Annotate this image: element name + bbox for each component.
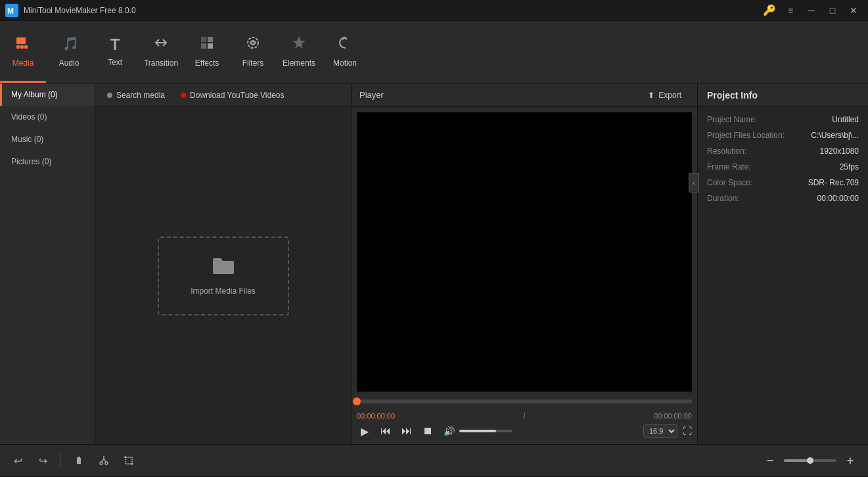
svg-text:🎵: 🎵 xyxy=(62,35,77,51)
sidebar-item-videos[interactable]: Videos (0) xyxy=(0,106,95,128)
controls-row: ▶ ⏮ ⏭ ⏹ 🔊 16:9 4:3 1:1 9:16 ⛶ xyxy=(357,423,692,439)
framerate-label: Frame Rate: xyxy=(707,162,751,171)
progress-bar[interactable] xyxy=(357,399,692,403)
toolbar-transition[interactable]: Transition xyxy=(138,21,184,83)
audio-icon: 🎵 xyxy=(61,35,77,55)
project-name-value: Untitled xyxy=(832,115,859,124)
player-controls: 00:00:00:00 / 00:00:00:00 ▶ ⏮ ⏭ ⏹ 🔊 16:9… xyxy=(352,397,697,444)
zoom-thumb xyxy=(807,457,813,464)
youtube-label: Download YouTube Videos xyxy=(190,91,284,100)
toolbar-text[interactable]: T Text xyxy=(92,21,138,83)
window-controls: ≡ ─ □ ✕ xyxy=(781,3,863,18)
svg-point-14 xyxy=(105,462,108,465)
svg-marker-12 xyxy=(292,36,306,49)
zoom-in-button[interactable]: + xyxy=(840,451,860,470)
zoom-controls: − + xyxy=(760,451,860,470)
delete-button[interactable] xyxy=(69,451,89,470)
app-icon: M xyxy=(5,4,18,17)
svg-point-13 xyxy=(100,462,103,465)
project-info-body: Project Name: Untitled Project Files Loc… xyxy=(698,107,868,211)
volume-track[interactable] xyxy=(459,430,512,432)
zoom-fill xyxy=(784,459,810,462)
export-icon: ⬆ xyxy=(648,91,654,100)
svg-rect-15 xyxy=(126,457,132,464)
prev-frame-button[interactable]: ⏮ xyxy=(378,423,394,439)
cut-button[interactable] xyxy=(94,451,114,470)
stop-button[interactable]: ⏹ xyxy=(420,423,436,439)
volume-control: 🔊 xyxy=(441,423,512,439)
zoom-slider[interactable] xyxy=(784,459,836,462)
undo-button[interactable]: ↩ xyxy=(8,451,28,470)
sidebar-item-music[interactable]: Music (0) xyxy=(0,128,95,150)
svg-rect-2 xyxy=(16,37,26,44)
sidebar-item-myalbum[interactable]: My Album (0) xyxy=(0,83,95,106)
maximize-btn[interactable]: □ xyxy=(823,3,842,18)
minimize-btn[interactable]: ─ xyxy=(802,3,821,18)
redo-button[interactable]: ↪ xyxy=(33,451,53,470)
fullscreen-button[interactable]: ⛶ xyxy=(683,426,692,436)
toolbar: Media 🎵 Audio T Text Transition xyxy=(0,21,868,83)
next-frame-button[interactable]: ⏭ xyxy=(399,423,415,439)
app-title: MiniTool MovieMaker Free 8.0.0 xyxy=(24,6,763,15)
youtube-dot xyxy=(181,93,186,98)
export-button[interactable]: ⬆ Export xyxy=(640,88,689,102)
motion-icon xyxy=(337,35,353,55)
left-panel: My Album (0) Videos (0) Music (0) Pictur… xyxy=(0,83,352,444)
player-title: Player xyxy=(359,90,384,100)
youtube-download-tab[interactable]: Download YouTube Videos xyxy=(174,88,290,102)
resolution-row: Resolution: 1920x1080 xyxy=(707,147,859,156)
media-icon xyxy=(15,35,31,55)
zoom-out-button[interactable]: − xyxy=(760,451,780,470)
project-files-value: C:\Users\bj\... xyxy=(811,131,859,140)
key-icon: 🔑 xyxy=(763,4,776,16)
svg-rect-9 xyxy=(201,43,206,49)
svg-rect-10 xyxy=(208,43,213,49)
toolbar-media-label: Media xyxy=(12,58,34,68)
import-area: Import Media Files xyxy=(95,107,351,444)
project-files-label: Project Files Location: xyxy=(707,131,785,140)
project-info-header: Project Info xyxy=(698,83,868,107)
toolbar-filters[interactable]: Filters xyxy=(230,21,276,83)
progress-dot xyxy=(353,398,361,405)
import-media-box[interactable]: Import Media Files xyxy=(158,237,289,315)
framerate-value: 25fps xyxy=(840,162,859,171)
resolution-value: 1920x1080 xyxy=(820,147,859,156)
toolbar-audio[interactable]: 🎵 Audio xyxy=(46,21,92,83)
colorspace-value: SDR- Rec.709 xyxy=(808,178,859,187)
svg-text:M: M xyxy=(7,7,14,16)
hamburger-btn[interactable]: ≡ xyxy=(781,3,800,18)
elements-icon xyxy=(291,35,307,55)
time-current: 00:00:00:00 xyxy=(357,412,395,420)
colorspace-row: Color Space: SDR- Rec.709 xyxy=(707,178,859,187)
content-area: My Album (0) Videos (0) Music (0) Pictur… xyxy=(0,83,868,444)
collapse-panel-btn[interactable]: ‹ xyxy=(689,173,699,193)
search-media-label: Search media xyxy=(116,91,165,100)
aspect-ratio-select[interactable]: 16:9 4:3 1:1 9:16 xyxy=(643,424,677,438)
play-button[interactable]: ▶ xyxy=(357,423,373,439)
toolbar-transition-label: Transition xyxy=(144,58,178,68)
project-name-label: Project Name: xyxy=(707,115,757,124)
import-label: Import Media Files xyxy=(191,286,256,296)
close-btn[interactable]: ✕ xyxy=(844,3,863,18)
sidebar-item-pictures[interactable]: Pictures (0) xyxy=(0,150,95,173)
media-tabs: Search media Download YouTube Videos xyxy=(95,83,351,107)
toolbar-separator-1 xyxy=(60,453,61,468)
project-name-row: Project Name: Untitled xyxy=(707,115,859,124)
right-panel: Project Info ‹ Project Name: Untitled Pr… xyxy=(697,83,868,444)
crop-button[interactable] xyxy=(119,451,139,470)
toolbar-motion[interactable]: Motion xyxy=(322,21,368,83)
volume-button[interactable]: 🔊 xyxy=(441,423,457,439)
effects-icon xyxy=(199,35,215,55)
duration-value: 00:00:00:00 xyxy=(817,194,859,203)
toolbar-effects[interactable]: Effects xyxy=(184,21,230,83)
media-content: Search media Download YouTube Videos xyxy=(95,83,351,444)
time-total: 00:00:00:00 xyxy=(654,412,692,420)
toolbar-elements[interactable]: Elements xyxy=(276,21,322,83)
text-icon: T xyxy=(110,35,120,54)
toolbar-text-label: Text xyxy=(108,58,122,67)
toolbar-media[interactable]: Media xyxy=(0,21,46,83)
search-media-tab[interactable]: Search media xyxy=(101,88,171,102)
filters-icon xyxy=(245,35,261,55)
transition-icon xyxy=(153,35,169,55)
svg-rect-4 xyxy=(20,45,24,49)
